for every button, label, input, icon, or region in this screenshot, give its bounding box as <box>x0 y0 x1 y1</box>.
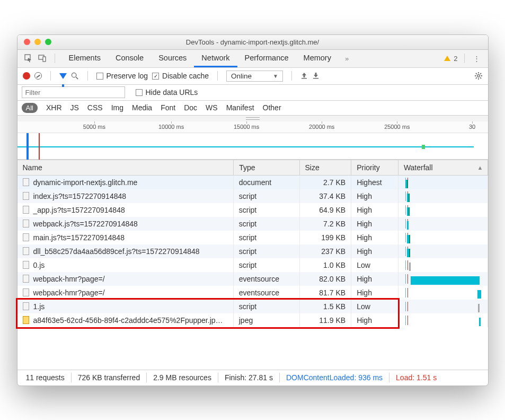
request-name: main.js?ts=1572270914848 <box>33 233 125 242</box>
request-priority: High <box>351 217 398 231</box>
table-row[interactable]: _app.js?ts=1572270914848script64.9 KBHig… <box>17 203 488 217</box>
upload-har-icon[interactable] <box>300 72 308 80</box>
waterfall-cell <box>398 203 488 217</box>
type-filter-all[interactable]: All <box>22 103 38 113</box>
document-file-icon <box>23 220 29 228</box>
type-filter-css[interactable]: CSS <box>87 103 103 112</box>
type-filter-js[interactable]: JS <box>70 103 79 112</box>
waterfall-cell <box>398 313 488 327</box>
kebab-menu-icon[interactable]: ⋮ <box>471 52 483 64</box>
download-har-icon[interactable] <box>312 72 320 80</box>
col-header-type[interactable]: Type <box>234 160 299 175</box>
device-toolbar-icon[interactable] <box>37 52 48 64</box>
request-priority: High <box>351 272 398 286</box>
request-size: 1.5 KB <box>299 300 351 313</box>
document-file-icon <box>23 275 29 283</box>
waterfall-cell <box>398 286 488 300</box>
type-filter-font[interactable]: Font <box>161 103 175 112</box>
tab-performance[interactable]: Performance <box>237 50 296 67</box>
tab-console[interactable]: Console <box>108 50 151 67</box>
request-type: script <box>234 203 299 217</box>
type-filter-media[interactable]: Media <box>132 103 152 112</box>
col-header-size[interactable]: Size <box>299 160 351 175</box>
table-row[interactable]: index.js?ts=1572270914848script37.4 KBHi… <box>17 189 488 203</box>
svg-rect-6 <box>313 78 318 79</box>
request-name: _app.js?ts=1572270914848 <box>33 206 125 214</box>
tab-network[interactable]: Network <box>194 50 237 67</box>
request-type: eventsource <box>234 272 299 286</box>
table-row[interactable]: 0.jsscript1.0 KBLow <box>17 258 488 272</box>
type-filter-other[interactable]: Other <box>263 103 281 112</box>
waterfall-cell <box>398 244 488 258</box>
hide-data-urls-checkbox[interactable]: Hide data URLs <box>136 88 198 97</box>
timeline-tick: 20000 ms <box>309 124 334 130</box>
tab-memory[interactable]: Memory <box>296 50 339 67</box>
clear-button[interactable] <box>34 72 42 80</box>
request-priority: High <box>351 203 398 217</box>
close-window-icon[interactable] <box>24 39 30 45</box>
zoom-window-icon[interactable] <box>45 39 51 45</box>
disable-cache-checkbox[interactable]: ✓Disable cache <box>152 72 209 80</box>
throttling-select[interactable]: Online▼ <box>226 71 283 82</box>
table-row[interactable]: webpack-hmr?page=/eventsource81.7 KBHigh <box>17 286 488 300</box>
document-file-icon <box>23 192 29 200</box>
devtools-window: DevTools - dynamic-import-nextjs.glitch.… <box>17 34 489 386</box>
waterfall-cell <box>398 189 488 203</box>
table-row[interactable]: 1.jsscript1.5 KBLow <box>17 300 488 313</box>
network-requests-table: Name Type Size Priority Waterfall▲ dynam… <box>17 160 488 327</box>
type-filter-xhr[interactable]: XHR <box>46 103 62 112</box>
request-size: 82.0 KB <box>299 272 351 286</box>
minimize-window-icon[interactable] <box>34 39 41 45</box>
warnings-count-value: 2 <box>454 55 457 63</box>
more-tabs-icon[interactable]: » <box>345 55 349 63</box>
table-row[interactable]: webpack-hmr?page=/eventsource82.0 KBHigh <box>17 272 488 286</box>
network-toolbar: Preserve log ✓Disable cache Online▼ <box>17 68 488 85</box>
request-priority: High <box>351 244 398 258</box>
type-filter-img[interactable]: Img <box>111 103 123 112</box>
table-row[interactable]: webpack.js?ts=1572270914848script7.2 KBH… <box>17 217 488 231</box>
record-button[interactable] <box>23 72 30 80</box>
table-row[interactable]: main.js?ts=1572270914848script199 KBHigh <box>17 231 488 244</box>
tab-elements[interactable]: Elements <box>61 50 108 67</box>
request-size: 64.9 KB <box>299 203 351 217</box>
tab-sources[interactable]: Sources <box>151 50 194 67</box>
gear-icon[interactable] <box>474 72 483 80</box>
status-resources: 2.9 MB resources <box>147 373 218 382</box>
filter-input[interactable] <box>22 86 125 98</box>
svg-line-12 <box>476 73 477 74</box>
table-row[interactable]: dll_b58c257da4aa56d89cef.js?ts=157227091… <box>17 244 488 258</box>
table-row[interactable]: dynamic-import-nextjs.glitch.medocument2… <box>17 175 488 189</box>
request-name: dynamic-import-nextjs.glitch.me <box>33 178 138 187</box>
table-row[interactable]: a84f63e5-62cd-456b-89f4-c2adddc4e575%2Fp… <box>17 313 488 327</box>
request-priority: High <box>351 286 398 300</box>
request-priority: Low <box>351 300 398 313</box>
warnings-count[interactable]: 2 <box>444 55 457 63</box>
filter-toggle-icon[interactable] <box>59 73 67 79</box>
svg-point-3 <box>72 73 76 77</box>
col-header-priority[interactable]: Priority <box>351 160 398 175</box>
type-filter-ws[interactable]: WS <box>206 103 218 112</box>
request-priority: Highest <box>351 175 398 189</box>
request-priority: Low <box>351 258 398 272</box>
type-filter-doc[interactable]: Doc <box>184 103 197 112</box>
request-priority: High <box>351 189 398 203</box>
window-titlebar: DevTools - dynamic-import-nextjs.glitch.… <box>17 35 488 50</box>
request-size: 199 KB <box>299 231 351 244</box>
search-icon[interactable] <box>71 72 79 80</box>
type-filter-manifest[interactable]: Manifest <box>226 103 254 112</box>
col-header-waterfall[interactable]: Waterfall▲ <box>398 160 488 175</box>
document-file-icon <box>23 206 29 214</box>
request-name: a84f63e5-62cd-456b-89f4-c2adddc4e575%2Fp… <box>33 316 223 325</box>
request-size: 237 KB <box>299 244 351 258</box>
preserve-log-checkbox[interactable]: Preserve log <box>96 72 148 80</box>
overview-timeline[interactable]: 5000 ms 10000 ms 15000 ms 20000 ms 25000… <box>17 121 488 160</box>
inspect-icon[interactable] <box>23 52 34 64</box>
request-size: 1.0 KB <box>299 258 351 272</box>
svg-line-15 <box>480 73 481 74</box>
request-type: script <box>234 258 299 272</box>
pane-resizer[interactable] <box>17 116 488 121</box>
col-header-name[interactable]: Name <box>17 160 234 175</box>
traffic-lights <box>17 39 51 45</box>
window-title: DevTools - dynamic-import-nextjs.glitch.… <box>17 38 488 46</box>
status-requests: 11 requests <box>20 373 72 382</box>
